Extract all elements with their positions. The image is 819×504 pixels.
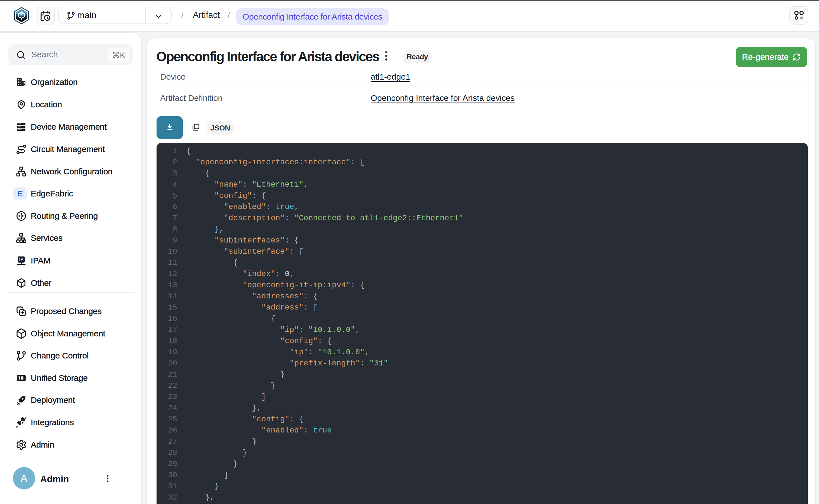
- svg-text:IP: IP: [19, 257, 23, 262]
